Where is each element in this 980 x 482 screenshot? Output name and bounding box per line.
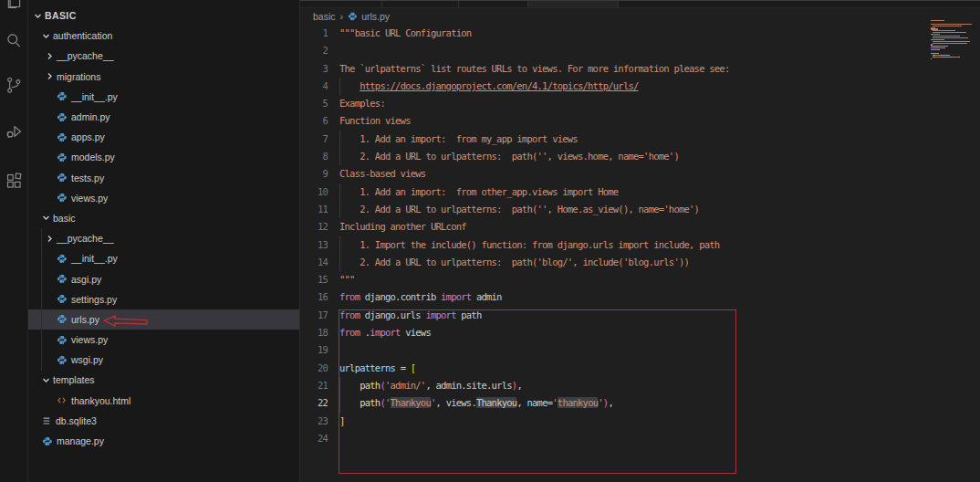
tab-segment[interactable] <box>300 1 382 7</box>
python-file-icon <box>57 112 67 122</box>
line-number: 3 <box>300 60 328 78</box>
line-number: 6 <box>300 112 328 130</box>
python-file-icon <box>57 254 67 264</box>
file-item-apps-py[interactable]: apps.py <box>28 127 299 147</box>
line-number: 2 <box>300 42 328 59</box>
folder-label: authentication <box>53 30 112 41</box>
file-label: apps.py <box>71 131 105 142</box>
file-label: settings.py <box>71 294 117 305</box>
explorer-icon[interactable] <box>0 0 27 11</box>
folder-item-templates[interactable]: templates <box>28 370 299 390</box>
code-line: Including another URLconf <box>339 218 729 236</box>
file-label: wsgi.py <box>71 354 103 365</box>
code-line: 2. Add a URL to urlpatterns: path('', Ho… <box>339 201 729 218</box>
code-line: """basic URL Configuration <box>339 25 729 42</box>
chevron-down-icon <box>34 12 42 20</box>
chevron-right-icon <box>46 235 54 243</box>
line-number: 16 <box>300 288 328 306</box>
python-file-icon <box>57 193 67 203</box>
code-line <box>339 430 729 447</box>
chevron-down-icon <box>42 214 50 222</box>
file-label: __init__.py <box>71 253 118 264</box>
tab-strip[interactable] <box>300 0 980 8</box>
folder-item-authentication[interactable]: authentication <box>28 26 299 46</box>
code-line: 1. Add an import: from my_app import vie… <box>339 131 729 148</box>
chevron-right-icon: › <box>340 11 344 22</box>
folder-label: __pycache__ <box>57 233 113 244</box>
file-label: tests.py <box>71 173 104 183</box>
file-label: views.py <box>71 193 108 204</box>
code-line: Class-based views <box>339 165 729 183</box>
line-number: 12 <box>300 218 328 236</box>
python-file-icon <box>348 12 357 21</box>
tab-segment[interactable] <box>382 1 459 7</box>
db-file-icon <box>42 416 51 425</box>
tree-indent-guide <box>41 228 42 371</box>
breadcrumb: basic › urls.py <box>313 8 390 24</box>
folder-label: __pycache__ <box>57 50 113 61</box>
folder-label: basic <box>53 213 76 224</box>
file-item-tests-py[interactable]: tests.py <box>28 168 299 188</box>
file-item-wsgi-py[interactable]: wsgi.py <box>28 350 299 370</box>
line-number: 17 <box>300 307 328 324</box>
line-number: 5 <box>300 95 328 112</box>
code-line: 1. Import the include() function: from d… <box>339 236 729 254</box>
line-number-gutter: 123456789101112131415161718192021222324 <box>300 25 328 447</box>
folder-item-pycache[interactable]: __pycache__ <box>28 46 299 66</box>
run-debug-icon[interactable] <box>0 113 27 150</box>
folder-item-basic[interactable]: basic <box>28 208 299 228</box>
file-label: thankyou.html <box>71 395 130 406</box>
vscode-window: BASICauthentication__pycache__migrations… <box>0 0 980 482</box>
folder-item-migrations[interactable]: migrations <box>28 67 299 87</box>
code-line: 2. Add a URL to urlpatterns: path('', vi… <box>339 148 729 165</box>
python-file-icon <box>57 274 67 284</box>
line-number: 7 <box>300 131 328 148</box>
code-area[interactable]: 123456789101112131415161718192021222324 … <box>300 25 980 482</box>
explorer-section-basic[interactable]: BASIC <box>28 5 299 26</box>
file-item-db-sqlite3[interactable]: db.sqlite3 <box>28 411 299 431</box>
extensions-icon[interactable] <box>0 162 27 199</box>
python-file-icon <box>57 132 67 142</box>
line-number: 19 <box>300 341 328 359</box>
tab-segment-active[interactable] <box>528 1 618 7</box>
minimap[interactable] <box>931 20 975 61</box>
search-icon[interactable] <box>0 22 27 58</box>
code-line <box>339 341 729 359</box>
file-item-asgi-py[interactable]: asgi.py <box>28 268 299 288</box>
line-number: 24 <box>300 430 328 447</box>
code-line: Function views <box>339 112 729 130</box>
file-item-init-py[interactable]: __init__.py <box>28 248 299 268</box>
tab-segment[interactable] <box>459 1 528 7</box>
file-label: db.sqlite3 <box>56 415 97 426</box>
code-content[interactable]: """basic URL Configuration The `urlpatte… <box>339 25 729 447</box>
line-number: 15 <box>300 271 328 288</box>
file-item-urls-py[interactable]: urls.py <box>28 309 299 330</box>
file-label: manage.py <box>57 435 104 446</box>
html-file-icon <box>57 395 67 405</box>
code-line: """ <box>339 271 729 288</box>
line-number: 11 <box>300 201 328 218</box>
file-item-thankyou-html[interactable]: thankyou.html <box>28 391 299 411</box>
file-item-views-py[interactable]: views.py <box>28 330 299 350</box>
folder-label: templates <box>53 374 95 385</box>
code-line: from .import views <box>339 324 729 341</box>
line-number: 18 <box>300 324 328 341</box>
file-item-settings-py[interactable]: settings.py <box>28 289 299 309</box>
line-number: 1 <box>300 25 328 42</box>
chevron-down-icon <box>42 32 50 40</box>
folder-item-pycache[interactable]: __pycache__ <box>28 228 299 248</box>
source-control-icon[interactable] <box>0 67 27 103</box>
file-item-init-py[interactable]: __init__.py <box>28 87 299 107</box>
chevron-down-icon <box>42 376 50 384</box>
breadcrumb-file[interactable]: urls.py <box>361 11 390 22</box>
line-number: 8 <box>300 148 328 165</box>
file-item-admin-py[interactable]: admin.py <box>28 107 299 127</box>
file-item-models-py[interactable]: models.py <box>28 147 299 167</box>
file-item-views-py[interactable]: views.py <box>28 188 299 208</box>
breadcrumb-folder[interactable]: basic <box>313 11 336 22</box>
code-line <box>339 42 729 59</box>
python-file-icon <box>57 355 67 365</box>
code-line: from django.urls import path <box>339 307 729 324</box>
code-line: urlpatterns = [ <box>339 360 729 377</box>
file-item-manage-py[interactable]: manage.py <box>28 431 299 451</box>
